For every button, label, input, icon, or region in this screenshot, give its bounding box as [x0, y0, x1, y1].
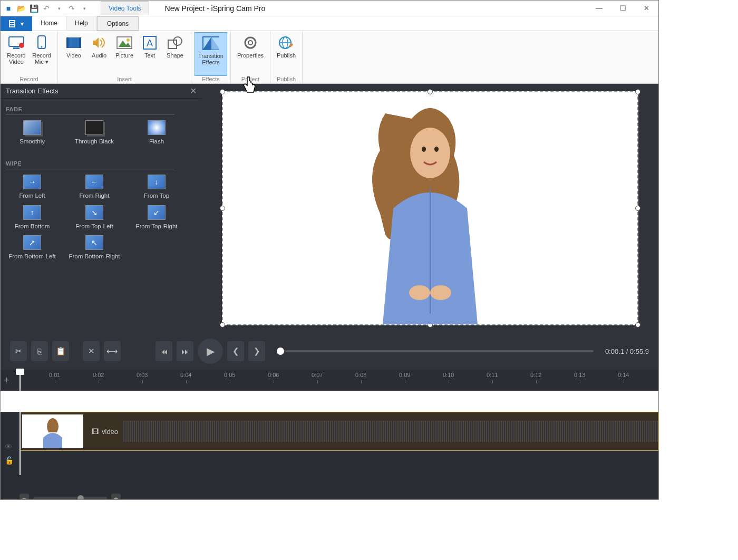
ruler-tick: 0:09	[399, 372, 410, 378]
zoom-in-button[interactable]: +	[111, 494, 121, 500]
globe-upload-icon	[278, 34, 295, 51]
effect-flash[interactable]: Flash	[130, 120, 183, 146]
panel-close-icon[interactable]: ✕	[190, 86, 197, 96]
prev-frame-button[interactable]: ⏮	[156, 341, 172, 361]
close-button[interactable]: ✕	[635, 1, 658, 16]
svg-rect-3	[10, 25, 14, 26]
tab-help[interactable]: Help	[66, 16, 97, 31]
next-frame-button[interactable]: ⏭	[177, 341, 193, 361]
save-icon[interactable]: 💾	[28, 3, 40, 14]
clip-label: 🎞 video	[92, 428, 118, 436]
redo-icon[interactable]: ↷	[66, 3, 77, 14]
effect-from-top-left[interactable]: ↘From Top-Left	[68, 205, 121, 230]
step-back-button[interactable]: ❮	[227, 341, 244, 361]
svg-marker-20	[203, 37, 211, 50]
preview-canvas[interactable]	[222, 91, 638, 325]
insert-video-button[interactable]: Video	[61, 32, 86, 76]
playhead[interactable]	[20, 370, 21, 475]
effect-smoothly[interactable]: Smoothly	[6, 120, 59, 146]
wipe-category-label: WIPE	[6, 160, 197, 167]
zoom-slider[interactable]	[33, 497, 107, 500]
effect-from-top-right[interactable]: ↙From Top-Right	[130, 205, 183, 230]
record-mic-button[interactable]: Record Mic ▾	[29, 32, 54, 76]
video-track-clip[interactable]: 🎞 video	[20, 412, 658, 451]
open-icon[interactable]: 📂	[15, 3, 27, 14]
qat-dropdown-icon[interactable]: ▾	[53, 3, 65, 14]
record-video-label: Record Video	[7, 52, 25, 65]
svg-rect-5	[13, 47, 20, 49]
insert-shape-button[interactable]: Shape	[162, 32, 188, 76]
properties-label: Properties	[237, 52, 264, 59]
shape-icon	[167, 34, 183, 51]
insert-video-label: Video	[66, 52, 81, 59]
undo-icon[interactable]: ↶	[41, 3, 52, 14]
tab-home[interactable]: Home	[32, 16, 66, 31]
split-button[interactable]: ⟷	[104, 341, 121, 361]
timeline-ruler[interactable]: 0:01 0:02 0:03 0:04 0:05 0:06 0:07 0:08 …	[16, 370, 658, 391]
play-button[interactable]: ▶	[198, 339, 223, 364]
qat-dropdown2-icon[interactable]: ▾	[79, 3, 90, 14]
file-menu[interactable]: ▾	[1, 16, 32, 31]
tab-options[interactable]: Options	[97, 16, 139, 31]
transition-effects-button[interactable]: Transition Effects	[195, 32, 227, 76]
record-video-button[interactable]: Record Video	[4, 32, 29, 76]
transition-icon	[202, 35, 219, 52]
phone-mic-icon	[33, 34, 50, 51]
window-title: New Project - iSpring Cam Pro	[165, 4, 266, 13]
maximize-button[interactable]: ☐	[611, 1, 635, 16]
minimize-button[interactable]: —	[587, 1, 611, 16]
seek-bar[interactable]	[277, 350, 594, 352]
insert-audio-button[interactable]: Audio	[86, 32, 112, 76]
publish-button[interactable]: Publish	[274, 32, 299, 76]
effect-from-bottom-right[interactable]: ↖From Bottom-Right	[68, 235, 121, 260]
step-fwd-button[interactable]: ❯	[248, 341, 265, 361]
ribbon-tabs: ▾ Home Help Options	[1, 16, 658, 31]
trim-button[interactable]: ✕	[83, 341, 100, 361]
video-frame-content	[362, 103, 499, 324]
fade-grid: Smoothly Through Black Flash	[6, 120, 197, 151]
ruler-tick: 0:08	[355, 372, 366, 378]
svg-rect-11	[79, 37, 81, 48]
svg-point-22	[245, 37, 256, 48]
audio-waveform	[123, 421, 658, 442]
ruler-tick: 0:11	[487, 372, 498, 378]
panel-header: Transition Effects ✕	[1, 84, 202, 99]
insert-text-button[interactable]: A Text	[137, 32, 162, 76]
insert-shape-label: Shape	[167, 52, 183, 59]
seek-handle[interactable]	[277, 347, 284, 355]
clip-thumbnail	[22, 414, 83, 448]
effect-from-top[interactable]: ↓From Top	[130, 175, 183, 200]
effect-through-black[interactable]: Through Black	[68, 120, 121, 146]
effect-from-bottom[interactable]: ↑From Bottom	[6, 205, 59, 230]
timeline-zoom-bar: − +	[1, 491, 658, 500]
copy-button[interactable]: ⎘	[31, 341, 48, 361]
text-icon: A	[141, 34, 158, 51]
svg-rect-1	[10, 21, 14, 22]
effect-from-bottom-left[interactable]: ↗From Bottom-Left	[6, 235, 59, 260]
properties-button[interactable]: Properties	[234, 32, 267, 76]
add-track-icon[interactable]: +	[4, 375, 9, 386]
svg-point-29	[434, 147, 439, 152]
app-icon[interactable]: ■	[3, 3, 14, 14]
ruler-tick: 0:03	[137, 372, 148, 378]
cut-button[interactable]: ✂	[10, 341, 27, 361]
insert-picture-button[interactable]: Picture	[112, 32, 137, 76]
insert-picture-label: Picture	[115, 52, 133, 59]
video-tools-tab[interactable]: Video Tools	[101, 1, 149, 15]
zoom-out-button[interactable]: −	[20, 494, 29, 500]
track-visibility-icon[interactable]: 👁	[5, 442, 12, 451]
film-strip-icon: 🎞	[92, 428, 99, 436]
fade-category-label: FADE	[6, 106, 197, 112]
ruler-tick: 0:12	[530, 372, 541, 378]
svg-point-31	[430, 285, 451, 300]
effect-from-right[interactable]: ←From Right	[68, 175, 121, 200]
insert-text-label: Text	[144, 52, 155, 59]
speaker-icon	[91, 34, 108, 51]
film-icon	[65, 34, 82, 51]
svg-point-23	[248, 41, 253, 45]
effect-from-left[interactable]: →From Left	[6, 175, 59, 200]
paste-button[interactable]: 📋	[52, 341, 69, 361]
track-lock-icon[interactable]: 🔓	[5, 456, 14, 465]
ruler-tick: 0:14	[618, 372, 629, 378]
ruler-tick: 0:05	[224, 372, 235, 378]
